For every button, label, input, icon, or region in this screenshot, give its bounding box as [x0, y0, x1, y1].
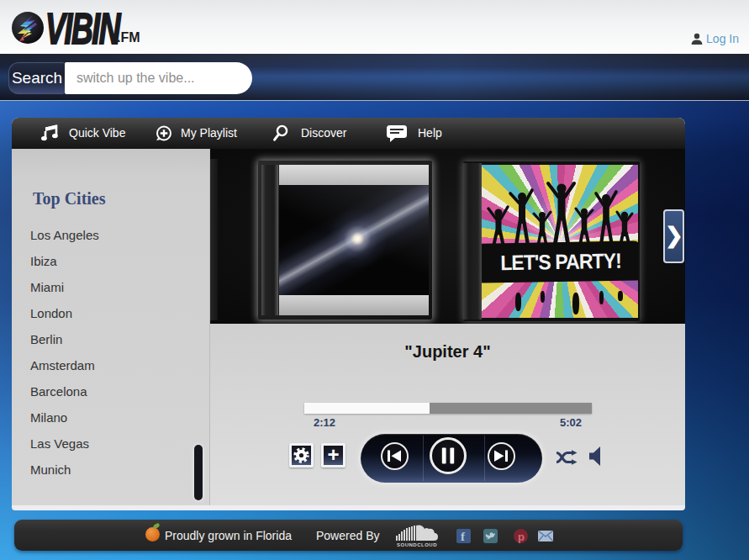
svg-text:SOUNDCLOUD: SOUNDCLOUD	[397, 542, 437, 547]
